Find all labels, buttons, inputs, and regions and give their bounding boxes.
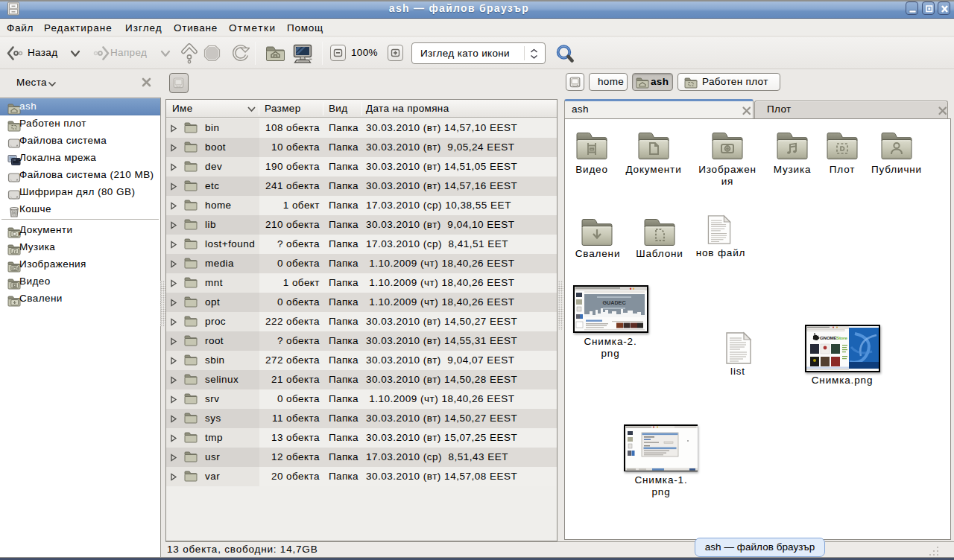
svg-text:Store: Store — [836, 335, 848, 340]
svg-text:GUADEC: GUADEC — [602, 299, 625, 306]
svg-text:GNOME: GNOME — [820, 335, 836, 340]
